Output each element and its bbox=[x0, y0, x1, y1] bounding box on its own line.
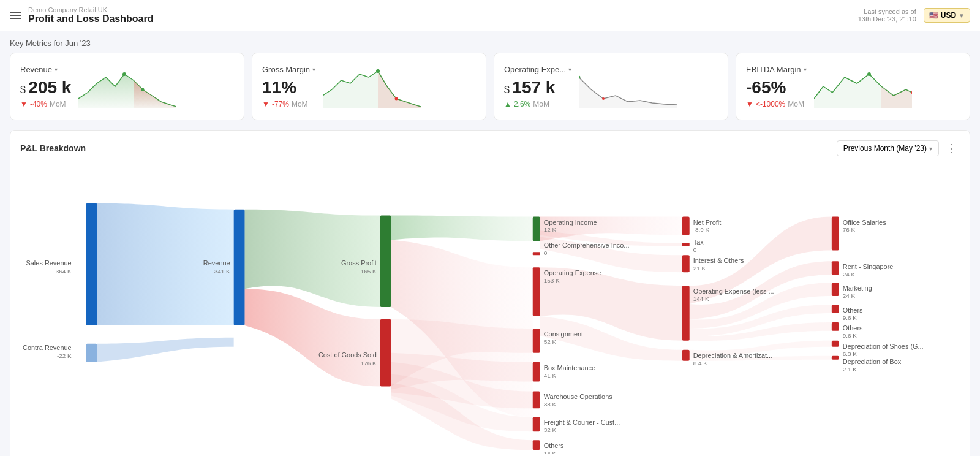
metric-title-operating-expense: Operating Expe... ▾ bbox=[504, 65, 571, 74]
node-interest-others[interactable] bbox=[682, 255, 690, 272]
node-cogs[interactable] bbox=[380, 319, 391, 387]
label-office-salaries: Office Salaries bbox=[843, 219, 886, 226]
metric-change-ebitda: ▼ <-1000% MoM bbox=[746, 100, 807, 108]
svg-point-2 bbox=[376, 69, 380, 73]
currency-selector[interactable]: 🇺🇸 USD ▼ bbox=[924, 8, 970, 23]
node-net-profit[interactable] bbox=[682, 217, 690, 235]
node-contra-revenue[interactable] bbox=[86, 344, 97, 362]
metric-card-operating-expense: Operating Expe... ▾ $ 157 k ▲ 2.6% MoM bbox=[494, 53, 728, 120]
metric-dropdown-icon-gross-margin[interactable]: ▾ bbox=[312, 66, 315, 73]
value-opex-less: 144 K bbox=[693, 295, 709, 302]
label-net-profit: Net Profit bbox=[693, 219, 722, 226]
metric-chart-ebitda bbox=[814, 65, 960, 108]
label-revenue: Revenue bbox=[203, 259, 230, 267]
node-warehouse-operations[interactable] bbox=[533, 391, 540, 408]
metric-title-gross-margin: Gross Margin ▾ bbox=[262, 65, 315, 74]
label-other-comprehensive: Other Comprehensive Inco... bbox=[544, 241, 630, 249]
node-tax[interactable] bbox=[682, 243, 690, 246]
metric-title-ebitda: EBITDA Margin ▾ bbox=[746, 65, 807, 74]
sankey-diagram: Sales Revenue 364 K Contra Revenue -22 K… bbox=[20, 166, 960, 456]
node-marketing[interactable] bbox=[832, 283, 839, 296]
value-marketing: 24 K bbox=[843, 292, 856, 299]
label-others-right2: Others bbox=[843, 324, 863, 332]
metric-dropdown-icon-revenue[interactable]: ▾ bbox=[55, 66, 58, 73]
node-office-salaries[interactable] bbox=[832, 217, 839, 251]
node-depreciation-amort[interactable] bbox=[682, 350, 690, 361]
metrics-row: Revenue ▾ $ 205 k ▼ -40% MoM bbox=[0, 53, 980, 130]
metric-dropdown-icon-ebitda[interactable]: ▾ bbox=[804, 66, 807, 73]
metric-dropdown-icon-opex[interactable]: ▾ bbox=[568, 66, 571, 73]
node-sales-revenue[interactable] bbox=[86, 203, 97, 325]
value-box-maintenance: 41 K bbox=[544, 372, 557, 379]
metric-value-revenue: $ 205 k bbox=[20, 78, 71, 97]
value-office-salaries: 76 K bbox=[843, 226, 856, 233]
svg-point-1 bbox=[141, 88, 145, 91]
metric-value-ebitda: -65% bbox=[746, 78, 807, 97]
label-others-right1: Others bbox=[843, 306, 863, 314]
arrow-down-icon: ▼ bbox=[20, 100, 28, 108]
metric-card-gross-margin: Gross Margin ▾ 11% ▼ -77% MoM bbox=[252, 53, 486, 120]
chevron-down-icon: ▼ bbox=[959, 12, 965, 19]
node-revenue[interactable] bbox=[234, 210, 245, 325]
node-freight[interactable] bbox=[533, 417, 540, 431]
metric-chart-revenue bbox=[78, 65, 234, 108]
metric-info-gross-margin: Gross Margin ▾ 11% ▼ -77% MoM bbox=[262, 65, 315, 108]
value-warehouse-operations: 38 K bbox=[544, 401, 557, 408]
value-others-left: 14 K bbox=[544, 450, 557, 454]
label-freight: Freight & Courier - Cust... bbox=[544, 419, 620, 426]
node-opex-less[interactable] bbox=[682, 286, 690, 341]
metric-value-operating-expense: $ 157 k bbox=[504, 78, 571, 97]
label-contra-revenue: Contra Revenue bbox=[23, 344, 72, 351]
value-cogs: 176 K bbox=[361, 360, 377, 367]
label-opex-less: Operating Expense (less ... bbox=[693, 287, 774, 295]
breakdown-header: P&L Breakdown Previous Month (May '23) ▾… bbox=[20, 140, 960, 156]
period-selector[interactable]: Previous Month (May '23) ▾ bbox=[837, 140, 939, 156]
header-right: Last synced as of 13th Dec '23, 21:10 🇺🇸… bbox=[858, 8, 970, 23]
label-depreciation-box: Depreciation of Box bbox=[843, 358, 902, 365]
label-depreciation-shoes: Depreciation of Shoes (G... bbox=[843, 343, 924, 350]
sync-info: Last synced as of 13th Dec '23, 21:10 bbox=[858, 8, 916, 23]
more-options-button[interactable]: ⋮ bbox=[944, 142, 960, 155]
node-other-comprehensive[interactable] bbox=[533, 252, 540, 255]
value-others-right2: 9.6 K bbox=[843, 332, 858, 339]
node-others-right1[interactable] bbox=[832, 305, 839, 313]
node-others-right2[interactable] bbox=[832, 322, 839, 331]
node-operating-income[interactable] bbox=[533, 217, 540, 241]
value-operating-income: 12 K bbox=[544, 226, 557, 233]
value-other-comprehensive: 0 bbox=[544, 249, 548, 256]
svg-point-3 bbox=[395, 97, 398, 101]
metric-change-operating-expense: ▲ 2.6% MoM bbox=[504, 100, 571, 108]
value-contra-revenue: -22 K bbox=[57, 352, 72, 359]
node-operating-expense[interactable] bbox=[533, 267, 540, 316]
value-depreciation-amort: 8.4 K bbox=[693, 360, 708, 367]
value-gross-profit: 165 K bbox=[361, 268, 377, 275]
hamburger-icon[interactable] bbox=[10, 12, 21, 19]
period-label: Previous Month (May '23) bbox=[843, 144, 927, 153]
node-box-maintenance[interactable] bbox=[533, 362, 540, 382]
label-warehouse-operations: Warehouse Operations bbox=[544, 393, 613, 400]
app-header: Demo Company Retail UK Profit and Loss D… bbox=[0, 0, 980, 31]
arrow-down-icon: ▼ bbox=[262, 100, 270, 108]
metric-change-revenue: ▼ -40% MoM bbox=[20, 100, 71, 108]
node-consignment[interactable] bbox=[533, 329, 540, 353]
metric-value-gross-margin: 11% bbox=[262, 78, 315, 97]
sankey-svg: Sales Revenue 364 K Contra Revenue -22 K… bbox=[20, 166, 960, 454]
label-operating-expense: Operating Expense bbox=[544, 269, 601, 276]
svg-point-5 bbox=[602, 97, 605, 100]
node-others-left[interactable] bbox=[533, 440, 540, 450]
node-gross-profit[interactable] bbox=[380, 216, 391, 307]
chevron-down-icon: ▾ bbox=[929, 145, 932, 152]
metric-info-ebitda: EBITDA Margin ▾ -65% ▼ <-1000% MoM bbox=[746, 65, 807, 108]
label-others-left: Others bbox=[544, 442, 564, 449]
label-consignment: Consignment bbox=[544, 330, 583, 338]
label-rent-singapore: Rent - Singapore bbox=[843, 263, 894, 270]
arrow-up-icon: ▲ bbox=[504, 100, 511, 108]
value-sales-revenue: 364 K bbox=[56, 268, 72, 275]
node-depreciation-shoes[interactable] bbox=[832, 341, 839, 347]
value-revenue: 341 K bbox=[214, 268, 230, 275]
metric-chart-opex bbox=[579, 65, 718, 108]
arrow-down-icon: ▼ bbox=[746, 100, 753, 108]
page-title: Profit and Loss Dashboard bbox=[28, 13, 153, 25]
node-depreciation-box[interactable] bbox=[832, 356, 839, 360]
node-rent-singapore[interactable] bbox=[832, 261, 839, 275]
